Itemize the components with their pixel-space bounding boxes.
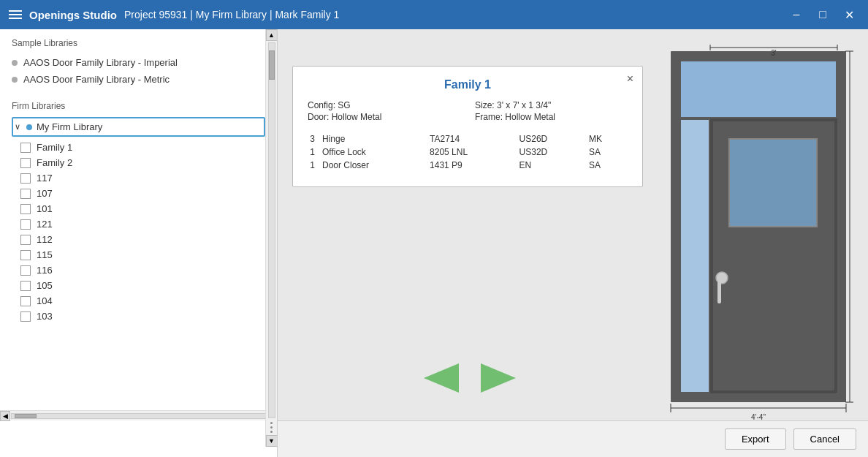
svg-marker-0 bbox=[424, 363, 459, 393]
hardware-qty: 1 bbox=[308, 146, 322, 159]
hardware-model: 8205 LNL bbox=[430, 146, 519, 159]
sidebar-item-aaos-imperial[interactable]: AAOS Door Family Library - Imperial bbox=[12, 54, 277, 71]
family-checkbox[interactable] bbox=[20, 311, 31, 322]
minimize-button[interactable]: – bbox=[786, 4, 807, 25]
popup-close-button[interactable]: × bbox=[627, 72, 633, 86]
family-list-item[interactable]: 104 bbox=[19, 293, 277, 309]
svg-point-12 bbox=[716, 272, 728, 284]
sample-libraries-label: Sample Libraries bbox=[12, 38, 277, 48]
scroll-dots bbox=[270, 422, 273, 433]
hardware-brand: SA bbox=[589, 159, 628, 172]
size-label: Size: 3' x 7' x 1 3/4" bbox=[475, 100, 628, 110]
next-arrow-button[interactable] bbox=[481, 363, 516, 399]
hardware-type: Office Lock bbox=[322, 146, 430, 159]
popup-title: Family 1 bbox=[308, 78, 628, 91]
sidebar-item-label: AAOS Door Family Library - Imperial bbox=[23, 57, 178, 68]
family-item-label: 104 bbox=[37, 295, 53, 306]
family-item-label: Family 2 bbox=[37, 157, 72, 168]
family-checkbox[interactable] bbox=[20, 265, 31, 276]
scroll-up-button[interactable]: ▲ bbox=[266, 29, 278, 41]
window-controls: – □ ✕ bbox=[786, 4, 859, 25]
family-checkbox[interactable] bbox=[20, 173, 31, 184]
family-item-label: 116 bbox=[37, 265, 53, 276]
family-checkbox[interactable] bbox=[20, 219, 31, 230]
hardware-model: 1431 P9 bbox=[430, 159, 519, 172]
family-checkbox[interactable] bbox=[20, 281, 31, 291]
family-item-label: 101 bbox=[37, 203, 53, 214]
family-checkbox[interactable] bbox=[20, 235, 31, 245]
export-button[interactable]: Export bbox=[725, 428, 786, 450]
horizontal-scrollbar[interactable]: ◀ ▶ bbox=[0, 410, 278, 420]
family-list-item[interactable]: 101 bbox=[19, 201, 277, 216]
scroll-track bbox=[11, 413, 267, 419]
sidebar-item-aaos-metric[interactable]: AAOS Door Family Library - Metric bbox=[12, 71, 277, 88]
content-area: × Family 1 Config: SG Size: 3' x 7' x 1 … bbox=[278, 29, 868, 457]
hardware-qty: 3 bbox=[308, 132, 322, 146]
family-checkbox[interactable] bbox=[20, 296, 31, 306]
chevron-down-icon: ∨ bbox=[15, 122, 20, 132]
hardware-type: Hinge bbox=[322, 132, 430, 146]
vertical-scrollbar[interactable]: ▲ ▼ bbox=[265, 29, 277, 447]
svg-text:3': 3' bbox=[771, 49, 777, 57]
hardware-brand: MK bbox=[589, 132, 628, 146]
firm-library-my-firm[interactable]: ∨ My Firm Library bbox=[12, 117, 265, 137]
maximize-button[interactable]: □ bbox=[812, 4, 833, 25]
family-checkbox[interactable] bbox=[20, 158, 31, 168]
door-svg: 4'-4" 7' 3' bbox=[663, 44, 853, 424]
svg-marker-1 bbox=[481, 363, 516, 393]
sidebar: Sample Libraries AAOS Door Family Librar… bbox=[0, 29, 278, 457]
scroll-down-button[interactable]: ▼ bbox=[266, 435, 278, 447]
library-dot bbox=[12, 77, 18, 83]
hardware-model: TA2714 bbox=[430, 132, 519, 146]
frame-label: Frame: Hollow Metal bbox=[475, 112, 628, 122]
cancel-button[interactable]: Cancel bbox=[793, 428, 856, 450]
window-title: Project 95931 | My Firm Library | Mark F… bbox=[124, 9, 339, 20]
family-list-item[interactable]: 112 bbox=[19, 232, 277, 247]
hardware-type: Door Closer bbox=[322, 159, 430, 172]
hardware-finish: US26D bbox=[519, 132, 589, 146]
family-item-label: 103 bbox=[37, 311, 53, 322]
family-item-label: 105 bbox=[37, 280, 53, 291]
family-checkbox[interactable] bbox=[20, 143, 31, 153]
family-item-label: 107 bbox=[37, 188, 53, 199]
bottom-action-bar: Export Cancel bbox=[278, 420, 868, 457]
table-row: 1 Office Lock 8205 LNL US32D SA bbox=[308, 146, 628, 159]
firm-libraries-section: Firm Libraries ∨ My Firm Library Family … bbox=[12, 101, 277, 324]
family-item-label: 117 bbox=[37, 173, 53, 184]
family-list-item[interactable]: 117 bbox=[19, 170, 277, 186]
family-checkbox[interactable] bbox=[20, 250, 31, 260]
menu-icon[interactable] bbox=[9, 10, 22, 19]
hardware-finish: US32D bbox=[519, 146, 589, 159]
scroll-thumb-vertical[interactable] bbox=[269, 50, 275, 80]
svg-rect-13 bbox=[717, 282, 721, 303]
sidebar-content: Sample Libraries AAOS Door Family Librar… bbox=[0, 29, 277, 457]
close-button[interactable]: ✕ bbox=[839, 4, 859, 25]
main-layout: Sample Libraries AAOS Door Family Librar… bbox=[0, 29, 868, 457]
family-item-label: 112 bbox=[37, 234, 53, 245]
table-row: 3 Hinge TA2714 US26D MK bbox=[308, 132, 628, 146]
family-list-item[interactable]: Family 2 bbox=[19, 155, 277, 170]
family-checkbox[interactable] bbox=[20, 189, 31, 199]
family-checkbox[interactable] bbox=[20, 204, 31, 214]
title-bar: Openings Studio Project 95931 | My Firm … bbox=[0, 0, 868, 29]
family-list-item[interactable]: 103 bbox=[19, 309, 277, 324]
scroll-track-vertical bbox=[268, 42, 275, 418]
svg-rect-10 bbox=[729, 139, 817, 227]
table-row: 1 Door Closer 1431 P9 EN SA bbox=[308, 159, 628, 172]
prev-arrow-button[interactable] bbox=[424, 363, 459, 399]
family-list-item[interactable]: Family 1 bbox=[19, 140, 277, 155]
family-list-item[interactable]: 107 bbox=[19, 186, 277, 201]
family-list: Family 1Family 2117107101121112115116105… bbox=[19, 140, 277, 324]
family-list-item[interactable]: 115 bbox=[19, 247, 277, 263]
firm-library-dot bbox=[26, 124, 32, 130]
family-list-item[interactable]: 121 bbox=[19, 216, 277, 232]
family-list-item[interactable]: 105 bbox=[19, 278, 277, 293]
family-list-item[interactable]: 116 bbox=[19, 263, 277, 278]
sidebar-item-label: AAOS Door Family Library - Metric bbox=[23, 74, 170, 85]
hardware-finish: EN bbox=[519, 159, 589, 172]
scroll-left-button[interactable]: ◀ bbox=[0, 411, 10, 421]
scroll-thumb[interactable] bbox=[15, 414, 37, 418]
family-detail-popup: × Family 1 Config: SG Size: 3' x 7' x 1 … bbox=[292, 66, 643, 187]
firm-library-name: My Firm Library bbox=[37, 121, 102, 132]
app-name: Openings Studio bbox=[29, 9, 117, 21]
